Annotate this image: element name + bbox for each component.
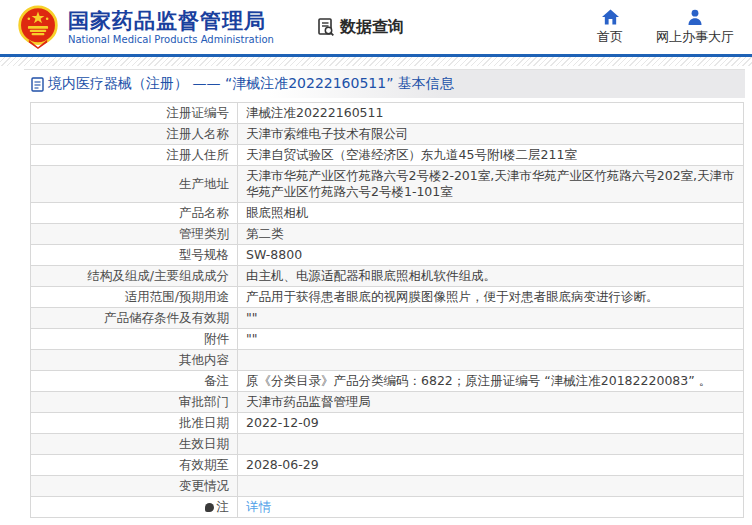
row-label: 产品储存条件及有效期 — [31, 308, 238, 329]
row-label: 注册人名称 — [31, 124, 238, 145]
row-value: 天津市华苑产业区竹苑路六号2号楼2-201室,天津市华苑产业区竹苑路六号202室… — [238, 166, 744, 203]
row-label: 生产地址 — [31, 166, 238, 203]
table-row: 注册证编号津械注准20222160511 — [31, 103, 744, 124]
row-value: 眼底照相机 — [238, 203, 744, 224]
row-label: 结构及组成/主要组成成分 — [31, 266, 238, 287]
row-label: 管理类别 — [31, 224, 238, 245]
nav-label-home: 首页 — [597, 28, 623, 46]
row-value: 原《分类目录》产品分类编码：6822；原注册证编号 “津械注准201822200… — [238, 371, 744, 392]
row-label: 产品名称 — [31, 203, 238, 224]
table-row: 注详情 — [31, 497, 744, 518]
row-value: SW-8800 — [238, 245, 744, 266]
table-row: 产品名称眼底照相机 — [31, 203, 744, 224]
row-label: 型号规格 — [31, 245, 238, 266]
row-value: "" — [238, 329, 744, 350]
row-value: 2028-06-29 — [238, 455, 744, 476]
document-icon — [31, 77, 44, 92]
nav-item-home[interactable]: 首页 — [590, 9, 630, 46]
row-label: 注 — [31, 497, 238, 518]
row-value: 天津自贸试验区（空港经济区）东九道45号附I楼二层211室 — [238, 145, 744, 166]
row-value: 详情 — [238, 497, 744, 518]
org-name-cn: 国家药品监督管理局 — [68, 9, 274, 33]
data-query-icon — [316, 17, 336, 37]
table-row: 适用范围/预期用途产品用于获得患者眼底的视网膜图像照片，便于对患者眼底病变进行诊… — [31, 287, 744, 308]
registration-info-table: 注册证编号津械注准20222160511注册人名称天津市索维电子技术有限公司注册… — [30, 102, 744, 518]
nav-label-service-hall: 网上办事大厅 — [656, 28, 734, 46]
nav-item-service-hall[interactable]: 网上办事大厅 — [656, 9, 734, 46]
table-row: 附件"" — [31, 329, 744, 350]
table-row: 注册人名称天津市索维电子技术有限公司 — [31, 124, 744, 145]
note-icon — [205, 503, 214, 512]
person-icon — [687, 9, 703, 25]
row-value: 津械注准20222160511 — [238, 103, 744, 124]
page-title-bar: 境内医疗器械（注册） —— “津械注准20222160511” 基本信息 — [24, 69, 745, 98]
org-name-en: National Medical Products Administration — [68, 33, 274, 46]
national-emblem-icon — [16, 5, 60, 49]
row-label: 审批部门 — [31, 392, 238, 413]
data-query-button[interactable]: 数据查询 — [316, 17, 404, 38]
row-label: 适用范围/预期用途 — [31, 287, 238, 308]
row-label: 生效日期 — [31, 434, 238, 455]
nmpa-logo[interactable]: 国家药品监督管理局 National Medical Products Admi… — [16, 5, 274, 49]
home-icon — [602, 9, 619, 25]
row-value: 第二类 — [238, 224, 744, 245]
table-row: 备注原《分类目录》产品分类编码：6822；原注册证编号 “津械注准2018222… — [31, 371, 744, 392]
table-row: 注册人住所天津自贸试验区（空港经济区）东九道45号附I楼二层211室 — [31, 145, 744, 166]
table-row: 变更情况 — [31, 476, 744, 497]
table-row: 产品储存条件及有效期"" — [31, 308, 744, 329]
info-table-body: 注册证编号津械注准20222160511注册人名称天津市索维电子技术有限公司注册… — [31, 103, 744, 518]
data-query-label: 数据查询 — [340, 17, 404, 38]
row-value: 产品用于获得患者眼底的视网膜图像照片，便于对患者眼底病变进行诊断。 — [238, 287, 744, 308]
row-value — [238, 350, 744, 371]
row-value: 天津市药品监督管理局 — [238, 392, 744, 413]
table-row: 结构及组成/主要组成成分由主机、电源适配器和眼底照相机软件组成。 — [31, 266, 744, 287]
row-label: 备注 — [31, 371, 238, 392]
row-label: 注册人住所 — [31, 145, 238, 166]
row-label: 变更情况 — [31, 476, 238, 497]
detail-link[interactable]: 详情 — [246, 499, 271, 514]
row-value: 天津市索维电子技术有限公司 — [238, 124, 744, 145]
row-label: 附件 — [31, 329, 238, 350]
row-label: 注册证编号 — [31, 103, 238, 124]
header-nav: 首页 网上办事大厅 — [590, 9, 742, 46]
row-value — [238, 476, 744, 497]
table-row: 型号规格SW-8800 — [31, 245, 744, 266]
table-row: 管理类别第二类 — [31, 224, 744, 245]
page-title: 境内医疗器械（注册） —— “津械注准20222160511” 基本信息 — [48, 75, 454, 93]
row-label: 有效期至 — [31, 455, 238, 476]
table-row: 有效期至2028-06-29 — [31, 455, 744, 476]
table-row: 生产地址天津市华苑产业区竹苑路六号2号楼2-201室,天津市华苑产业区竹苑路六号… — [31, 166, 744, 203]
row-value: 2022-12-09 — [238, 413, 744, 434]
page-background-strip — [0, 57, 752, 66]
table-row: 审批部门天津市药品监督管理局 — [31, 392, 744, 413]
table-row: 批准日期2022-12-09 — [31, 413, 744, 434]
site-header: 国家药品监督管理局 National Medical Products Admi… — [0, 0, 752, 57]
row-label: 批准日期 — [31, 413, 238, 434]
table-row: 生效日期 — [31, 434, 744, 455]
row-label: 其他内容 — [31, 350, 238, 371]
table-row: 其他内容 — [31, 350, 744, 371]
row-value: "" — [238, 308, 744, 329]
row-value: 由主机、电源适配器和眼底照相机软件组成。 — [238, 266, 744, 287]
row-value — [238, 434, 744, 455]
